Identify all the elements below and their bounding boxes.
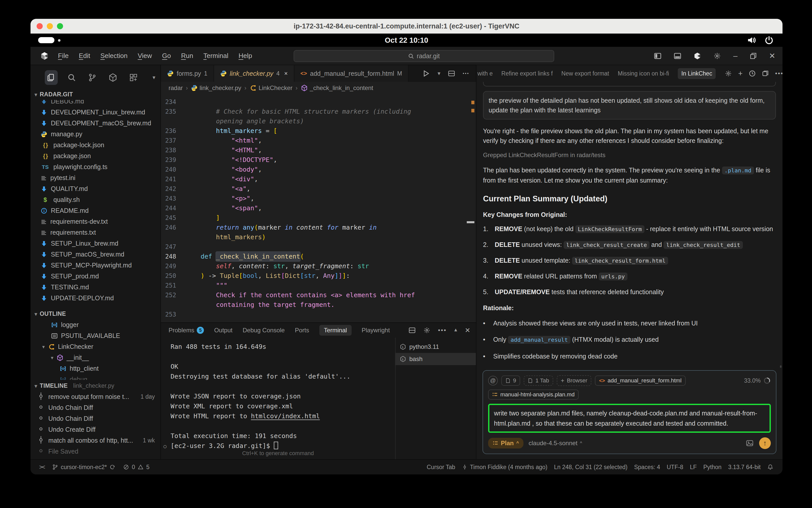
activity-grid[interactable] <box>127 70 140 85</box>
editor-tab[interactable]: link_checker.py4× <box>214 65 294 82</box>
close-tab-icon[interactable]: × <box>284 70 288 77</box>
code-line[interactable]: 238 "<HTML", <box>161 145 476 155</box>
timeline-item[interactable]: Undo Chain Diff <box>31 413 160 424</box>
activity-files[interactable] <box>45 70 58 85</box>
attach-image-icon[interactable] <box>746 439 754 447</box>
activity-search[interactable] <box>65 70 78 85</box>
scroll-mark[interactable] <box>467 221 474 223</box>
more-actions-icon[interactable]: ••• <box>775 70 782 77</box>
file-tree-item[interactable]: manage.py <box>31 129 160 139</box>
breadcrumb-item[interactable]: radar <box>169 84 183 91</box>
run-button[interactable] <box>422 70 430 77</box>
more-actions-icon[interactable]: ••• <box>463 71 469 76</box>
chat-scrollbar[interactable] <box>780 365 781 368</box>
editor-tab[interactable]: forms.py1 <box>161 65 214 82</box>
code-line[interactable]: 242 "<a", <box>161 184 476 194</box>
file-tree-item[interactable]: requirements-dev.txt <box>31 216 160 227</box>
outline-item[interactable]: ▾__init__ <box>31 352 160 363</box>
file-tree-item[interactable]: $quality.sh <box>31 194 160 205</box>
project-section-header[interactable]: ▾ RADAR.GIT <box>31 88 160 100</box>
chat-input[interactable]: write two separate plan.md files, namely… <box>488 404 771 433</box>
file-tree-item[interactable]: DEVELOPMENT_macOS_brew.md <box>31 118 160 129</box>
chat-composer[interactable]: @ 9 1 Tab + Browser <box>482 370 776 454</box>
cursor-cube-icon[interactable] <box>693 52 701 60</box>
code-line[interactable]: 249 self, content: str, target_fragment:… <box>161 261 476 271</box>
menu-view[interactable]: View <box>138 52 152 60</box>
editor-tab[interactable]: <>add_manual_result_form.htmlM <box>294 65 409 82</box>
git-branch-status[interactable]: cursor-timon-ec2* <box>52 464 116 471</box>
split-terminal[interactable] <box>409 327 416 334</box>
model-selector[interactable]: claude-4.5-sonnet ^ <box>528 439 582 447</box>
code-line[interactable]: 234 <box>161 97 476 107</box>
timeline-section-header[interactable]: ▾ TIMELINE link_checker.py <box>31 380 160 391</box>
panel-tab-debug-console[interactable]: Debug Console <box>243 327 285 334</box>
code-line[interactable]: 250 ) -> Tuple[bool, List[Dict[str, Any]… <box>161 271 476 281</box>
code-line[interactable]: 244 "<span", <box>161 203 476 213</box>
close-panel-icon[interactable]: ✕ <box>465 327 470 334</box>
breadcrumb-item[interactable]: _check_link_in_content <box>301 84 374 91</box>
panel-tab-problems[interactable]: Problems5 <box>169 327 204 334</box>
terminal-instance[interactable]: $bash <box>395 353 476 365</box>
terminal[interactable]: Ran 488 tests in 164.649sOKDestroying te… <box>161 338 395 459</box>
file-tree-item[interactable]: SETUP_Linux_brew.md <box>31 238 160 249</box>
notifications-bell-icon[interactable] <box>767 464 773 470</box>
activity-git[interactable] <box>86 70 99 85</box>
menu-go[interactable]: Go <box>162 52 171 60</box>
code-line[interactable]: 235 # Check for basic HTML structure mar… <box>161 107 476 117</box>
cursor-position-status[interactable]: Ln 248, Col 31 (22 selected) <box>554 464 628 471</box>
python-version-status[interactable]: 3.13.7 64-bit <box>728 464 761 471</box>
activity-ext[interactable] <box>106 70 119 85</box>
indentation-status[interactable]: Spaces: 4 <box>634 464 660 471</box>
timeline-item[interactable]: match all combos of http, htt...1 wk <box>31 435 160 446</box>
file-tree-item[interactable]: SETUP_macOS_brew.md <box>31 249 160 260</box>
eol-status[interactable]: LF <box>690 464 697 471</box>
restore-icon[interactable] <box>750 52 757 59</box>
chat-tab[interactable]: New export format <box>561 70 609 77</box>
outline-item[interactable]: logger <box>31 319 160 330</box>
code-line[interactable]: 240 "<body", <box>161 165 476 174</box>
file-tree-item[interactable]: { }package.json <box>31 151 160 162</box>
mode-selector[interactable]: Plan ^ <box>488 438 523 449</box>
file-tree-item[interactable]: SETUP_prod.md <box>31 271 160 282</box>
collapse-panel[interactable]: ▾ <box>454 327 457 334</box>
outline-section-header[interactable]: ▾ OUTLINE <box>31 308 160 319</box>
file-tree-item[interactable]: TESTING.md <box>31 282 160 293</box>
code-line[interactable]: 248 def _check_link_in_content( <box>161 252 476 261</box>
settings-gear-icon[interactable] <box>713 52 721 60</box>
terminal-link[interactable]: htmlcov/index.html <box>251 412 320 420</box>
menu-selection[interactable]: Selection <box>100 52 128 60</box>
power-icon[interactable] <box>765 36 773 44</box>
outline-item[interactable]: PSUTIL_AVAILABLE <box>31 330 160 341</box>
menu-terminal[interactable]: Terminal <box>203 52 228 60</box>
file-tree-item[interactable]: DEVELOPMENT_Linux_brew.md <box>31 107 160 118</box>
file-context-pill[interactable]: <> add_manual_result_form.html <box>595 376 685 386</box>
history-icon[interactable] <box>749 70 756 77</box>
terminal-instance[interactable]: $python3.11 <box>395 341 476 353</box>
file-tree-item[interactable]: { }package-lock.json <box>31 139 160 151</box>
file-tree-item[interactable]: requirements.txt <box>31 227 160 238</box>
timeline-item[interactable]: Undo Create Diff <box>31 424 160 435</box>
chat-messages[interactable]: the preview of the detailed plan has not… <box>476 82 782 368</box>
chat-tab[interactable]: with e <box>477 70 493 77</box>
outline-item[interactable]: http_client <box>31 363 160 374</box>
browser-context-pill[interactable]: + Browser <box>557 375 592 386</box>
panel-tab-ports[interactable]: Ports <box>295 327 309 334</box>
menu-help[interactable]: Help <box>239 52 252 60</box>
chat-tab[interactable]: Missing icon on bi-fi <box>618 70 669 77</box>
breadcrumb-item[interactable]: LinkChecker <box>249 84 292 91</box>
code-editor[interactable]: 234235 # Check for basic HTML structure … <box>161 94 476 323</box>
user-message-bubble[interactable]: the preview of the detailed plan has not… <box>483 91 776 120</box>
code-line[interactable]: 239 "<!DOCTYPE", <box>161 155 476 165</box>
new-chat-icon[interactable]: + <box>738 69 742 78</box>
file-tree-item[interactable]: SETUP_MCP-Playwright.md <box>31 260 160 271</box>
code-line[interactable]: 245 ] <box>161 213 476 223</box>
file-tree-item[interactable]: UPDATE-DEPLOY.md <box>31 293 160 304</box>
toggle-sidebar-icon[interactable] <box>654 52 661 60</box>
file-tree-item[interactable]: TSplaywright.config.ts <box>31 162 160 172</box>
file-tree-item[interactable]: DEBUG.md <box>31 100 160 107</box>
run-dropdown[interactable]: ▾ <box>437 70 440 77</box>
mention-icon[interactable]: @ <box>488 376 498 385</box>
code-line[interactable]: 241 "<div", <box>161 174 476 184</box>
code-line[interactable]: 247 <box>161 242 476 252</box>
file-tree-item[interactable]: README.md <box>31 205 160 216</box>
